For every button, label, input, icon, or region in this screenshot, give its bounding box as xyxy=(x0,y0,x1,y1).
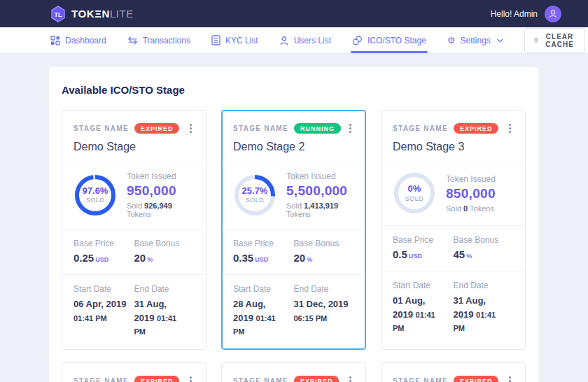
sold-tokens-value: 926,949 xyxy=(144,201,172,210)
base-price-value: 0.25USD xyxy=(74,252,134,264)
brand-name: TOKΞNLITE xyxy=(71,8,134,20)
status-badge: EXPIRED xyxy=(454,376,499,382)
kebab-menu-icon[interactable] xyxy=(187,121,195,136)
stage-title: Demo Stage xyxy=(74,141,195,153)
sold-tokens-value: 1,413,919 xyxy=(304,201,338,210)
trash-icon xyxy=(534,36,538,45)
status-badge: EXPIRED xyxy=(454,123,499,134)
end-date-label: End Date xyxy=(294,284,355,294)
base-bonus-label: Base Bonus xyxy=(294,239,355,248)
brand-logo[interactable]: TL TOKΞNLITE xyxy=(50,6,134,22)
sold-tokens-line: Sold 0 Tokens xyxy=(446,204,496,213)
sold-percent-value: 25.7% xyxy=(242,185,268,197)
stage-card: STAGE NAME EXPIRED Demo Stage 3 0% SOLD … xyxy=(381,110,526,350)
stage-card-header: STAGE NAME EXPIRED Demo Stage 4 xyxy=(62,363,206,382)
sold-progress-ring: 25.7% SOLD xyxy=(233,174,276,217)
stage-price-section: Base Price 0.5USD Base Bonus 45% xyxy=(382,225,525,271)
end-date-value: 31 Aug, 2019 01:41 PM xyxy=(134,297,195,339)
kebab-menu-icon[interactable] xyxy=(346,121,354,136)
sold-caps-label: SOLD xyxy=(86,197,105,204)
stage-card: STAGE NAME EXPIRED Demo Stage 5 0% SOLD … xyxy=(221,362,366,382)
sold-progress-ring: 97.6% SOLD xyxy=(74,174,117,217)
nav-label-ico-sto-stage: Users List xyxy=(294,36,331,45)
kebab-menu-icon[interactable] xyxy=(187,374,195,382)
sold-tokens-line: Sold 926,949 Tokens xyxy=(127,201,195,218)
stage-progress-section: 97.6% SOLD Token Issued 950,000 Sold 926… xyxy=(62,162,206,229)
base-price-block: Base Price 0.35USD xyxy=(233,239,294,264)
person-icon xyxy=(547,8,559,20)
stage-name-label: STAGE NAME xyxy=(393,377,448,382)
start-date-label: Start Date xyxy=(233,284,294,294)
user-avatar[interactable] xyxy=(545,6,561,22)
stages-panel: Available ICO/STO Stage STAGE NAME EXPIR… xyxy=(49,67,538,382)
nav-label-kyc-list: KYC List xyxy=(225,36,258,45)
base-bonus-number: 20 xyxy=(134,252,146,264)
base-bonus-value: 20% xyxy=(134,252,195,264)
sold-prefix: Sold xyxy=(446,204,461,213)
token-issued-block: Token Issued 950,000 Sold 926,949 Tokens xyxy=(127,171,195,218)
base-price-label: Base Price xyxy=(74,239,134,248)
token-issued-block: Token Issued 5,500,000 Sold 1,413,919 To… xyxy=(286,171,354,218)
stage-card-header: STAGE NAME EXPIRED Demo Stage xyxy=(62,111,206,162)
stage-price-section: Base Price 0.25USD Base Bonus 20% xyxy=(62,229,206,274)
stage-name-label: STAGE NAME xyxy=(393,125,448,132)
end-time-text: 06:15 PM xyxy=(294,314,328,323)
list-icon xyxy=(211,35,220,45)
gear-icon: ⚙ xyxy=(447,36,456,45)
nav-item-kyc-list[interactable]: KYC List xyxy=(211,27,258,53)
token-issued-label: Token Issued xyxy=(286,171,354,181)
topbar: TL TOKΞNLITE Hello! Admin xyxy=(0,0,588,27)
percent-unit: % xyxy=(466,253,472,260)
nav-item-transactions[interactable]: Transactions xyxy=(127,27,190,53)
stage-dates-section: Start Date 01 Aug, 2019 01:41 PM End Dat… xyxy=(382,271,525,346)
stage-dates-section: Start Date 28 Aug, 2019 01:41 PM End Dat… xyxy=(222,274,365,349)
status-badge: RUNNING xyxy=(294,123,341,134)
end-date-label: End Date xyxy=(134,284,195,294)
base-price-label: Base Price xyxy=(393,235,454,245)
sold-tokens-line: Sold 1,413,919 Tokens xyxy=(286,201,354,218)
base-price-block: Base Price 0.5USD xyxy=(393,235,454,260)
nav-item-ico-sto-stage[interactable]: ICO/STO Stage xyxy=(352,27,426,53)
brand-name-bold: TOKΞN xyxy=(71,8,110,20)
end-date-block: End Date 31 Aug, 2019 01:41 PM xyxy=(454,281,514,335)
end-date-block: End Date 31 Dec, 2019 06:15 PM xyxy=(294,284,355,339)
start-date-label: Start Date xyxy=(393,281,454,290)
stage-progress-section: 25.7% SOLD Token Issued 5,500,000 Sold 1… xyxy=(222,162,365,229)
base-bonus-label: Base Bonus xyxy=(134,239,195,248)
kebab-menu-icon[interactable] xyxy=(346,374,354,382)
base-price-number: 0.35 xyxy=(233,252,253,264)
stage-card: STAGE NAME EXPIRED Demo Stage 6 0% SOLD … xyxy=(381,362,526,382)
stage-card: STAGE NAME EXPIRED Demo Stage 4 0% SOLD … xyxy=(62,362,206,382)
nav-item-settings[interactable]: ⚙ Settings xyxy=(447,27,503,53)
base-bonus-block: Base Bonus 20% xyxy=(294,239,355,264)
clear-cache-label: CLEAR CACHE xyxy=(544,33,576,48)
stage-name-label: STAGE NAME xyxy=(233,377,288,382)
kebab-menu-icon[interactable] xyxy=(506,121,514,136)
nav-item-users-list[interactable]: Users List xyxy=(279,27,331,53)
percent-unit: % xyxy=(147,256,153,263)
end-date-value: 31 Dec, 2019 06:15 PM xyxy=(294,297,355,325)
base-bonus-block: Base Bonus 20% xyxy=(134,239,195,264)
sold-prefix: Sold xyxy=(286,201,302,210)
status-badge: EXPIRED xyxy=(294,376,340,382)
token-issued-block: Token Issued 850,000 Sold 0 Tokens xyxy=(446,174,496,213)
nav-item-dashboard[interactable]: Dashboard xyxy=(50,27,106,53)
stage-card-header: STAGE NAME EXPIRED Demo Stage 3 xyxy=(382,111,525,162)
brand-name-light: LITE xyxy=(110,8,134,20)
start-date-text: 06 Apr, 2019 xyxy=(74,299,126,309)
start-date-value: 01 Aug, 2019 01:41 PM xyxy=(393,294,454,335)
usd-unit: USD xyxy=(95,256,108,263)
tokens-suffix: Tokens xyxy=(127,210,151,218)
start-time-text: 01:41 PM xyxy=(74,314,107,323)
stage-title: Demo Stage 2 xyxy=(233,141,354,153)
kebab-menu-icon[interactable] xyxy=(506,374,514,382)
clear-cache-button[interactable]: CLEAR CACHE xyxy=(524,28,586,53)
end-date-text: 31 Dec, 2019 xyxy=(294,299,349,309)
tokens-suffix: Tokens xyxy=(470,204,494,213)
stage-title: Demo Stage 3 xyxy=(393,141,514,153)
user-icon xyxy=(279,36,289,45)
greeting-text: Hello! Admin xyxy=(491,9,538,19)
token-issued-value: 950,000 xyxy=(127,183,195,199)
token-issued-label: Token Issued xyxy=(446,174,496,184)
page-title: Available ICO/STO Stage xyxy=(62,84,526,96)
